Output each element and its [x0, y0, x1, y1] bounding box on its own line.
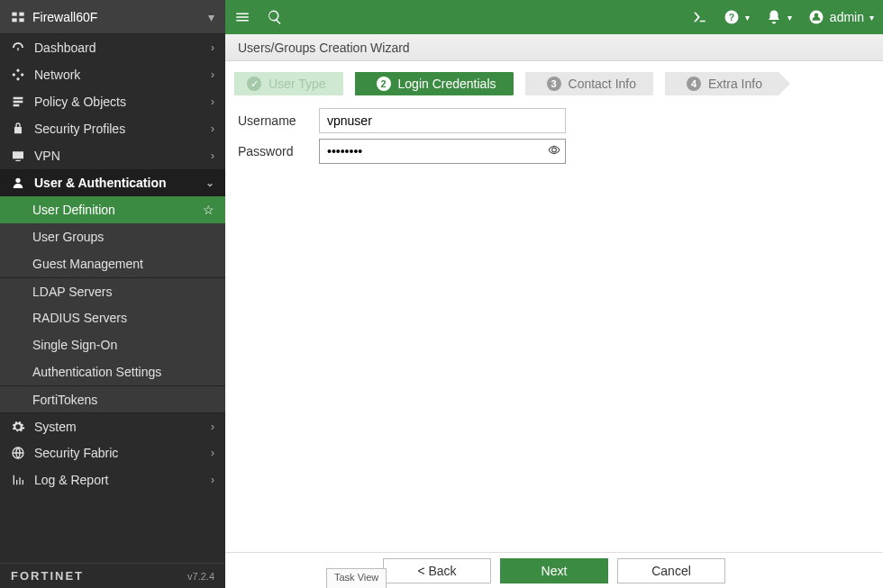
sidebar-item-user-groups[interactable]: User Groups — [0, 223, 225, 250]
lock-icon — [11, 122, 25, 136]
user-menu[interactable]: admin▾ — [808, 9, 874, 25]
back-button[interactable]: < Back — [383, 558, 491, 583]
wizard-step-label: User Type — [269, 77, 326, 91]
sidebar-item-label: Authentication Settings — [32, 365, 161, 379]
firmware-version: v7.2.4 — [187, 571, 214, 582]
caret-down-icon: ▾ — [869, 13, 874, 23]
sidebar-item-label: LDAP Servers — [32, 285, 112, 299]
svg-rect-0 — [12, 12, 16, 15]
svg-rect-3 — [19, 18, 23, 22]
chevron-right-icon: › — [211, 474, 214, 486]
sidebar-item-user-auth[interactable]: User & Authentication ⌄ — [0, 169, 225, 196]
sidebar-item-network[interactable]: Network › — [0, 61, 225, 88]
search-button[interactable] — [267, 9, 283, 25]
sidebar-item-fortitokens[interactable]: FortiTokens — [0, 385, 225, 412]
wizard-step-contact-info[interactable]: 3 Contact Info — [525, 72, 653, 95]
sidebar-item-label: Log & Report — [34, 473, 109, 487]
chevron-right-icon: › — [211, 149, 214, 162]
next-button[interactable]: Next — [500, 558, 608, 583]
svg-text:?: ? — [729, 12, 734, 23]
sidebar-item-policy[interactable]: Policy & Objects › — [0, 88, 225, 115]
sidebar-item-ldap-servers[interactable]: LDAP Servers — [0, 277, 225, 304]
cli-button[interactable] — [691, 9, 707, 25]
vpn-icon — [11, 149, 25, 163]
sidebar-item-label: Network — [34, 68, 80, 82]
notifications-button[interactable]: ▾ — [766, 9, 792, 25]
wizard-step-label: Extra Info — [708, 77, 762, 91]
caret-down-icon: ▾ — [745, 13, 750, 23]
sidebar-footer: FORTINET v7.2.4 — [0, 563, 225, 588]
fabric-icon — [11, 446, 25, 460]
cancel-button[interactable]: Cancel — [617, 558, 725, 583]
step-number: 3 — [547, 77, 561, 91]
sidebar-item-auth-settings[interactable]: Authentication Settings — [0, 358, 225, 385]
user-icon — [11, 176, 25, 190]
sidebar-item-single-signon[interactable]: Single Sign-On — [0, 331, 225, 358]
wizard-step-label: Login Credentials — [398, 77, 496, 91]
wizard-footer: Task View < Back Next Cancel — [225, 552, 883, 588]
task-view-tab[interactable]: Task View — [326, 568, 387, 588]
wizard-steps: ✓ User Type 2 Login Credentials 3 Contac… — [234, 72, 874, 95]
password-label: Password — [238, 144, 319, 158]
sidebar-item-label: Guest Management — [32, 257, 143, 271]
sidebar-item-label: RADIUS Servers — [32, 311, 127, 325]
wizard-step-user-type[interactable]: ✓ User Type — [234, 72, 342, 95]
password-input[interactable] — [319, 139, 566, 164]
sidebar-item-user-definition[interactable]: User Definition ☆ — [0, 196, 225, 223]
page-title: Users/Groups Creation Wizard — [238, 41, 410, 55]
sidebar-item-security-fabric[interactable]: Security Fabric › — [0, 439, 225, 466]
wizard-step-extra-info[interactable]: 4 Extra Info — [665, 72, 778, 95]
chevron-right-icon: › — [211, 41, 214, 54]
sidebar-item-security-profiles[interactable]: Security Profiles › — [0, 115, 225, 142]
dashboard-icon — [11, 41, 25, 55]
chevron-right-icon: › — [211, 95, 214, 108]
chevron-right-icon: › — [211, 447, 214, 459]
sidebar: Firewall60F ▾ Dashboard › Network › Poli… — [0, 0, 225, 588]
sidebar-item-dashboard[interactable]: Dashboard › — [0, 34, 225, 61]
wizard-step-login-credentials[interactable]: 2 Login Credentials — [355, 72, 513, 95]
sidebar-item-label: VPN — [34, 149, 60, 163]
menu-toggle-button[interactable] — [234, 9, 250, 25]
sidebar-item-label: Security Profiles — [34, 122, 125, 136]
sidebar-item-label: Single Sign-On — [32, 338, 117, 352]
svg-rect-2 — [12, 18, 16, 22]
page-title-bar: Users/Groups Creation Wizard — [225, 34, 883, 61]
caret-down-icon: ▾ — [208, 10, 214, 24]
topbar: ?▾ ▾ admin▾ — [225, 0, 883, 34]
username-input[interactable] — [319, 108, 566, 133]
network-icon — [11, 68, 25, 82]
device-selector[interactable]: Firewall60F ▾ — [0, 0, 225, 34]
device-name: Firewall60F — [32, 10, 97, 24]
sidebar-item-label: Policy & Objects — [34, 95, 126, 109]
step-number: 4 — [687, 77, 701, 91]
toggle-password-visibility-icon[interactable] — [548, 144, 560, 159]
main-area: ?▾ ▾ admin▾ Users/Groups Creation Wizard… — [225, 0, 883, 588]
chevron-right-icon: › — [211, 122, 214, 135]
wizard-step-label: Contact Info — [569, 77, 637, 91]
device-icon — [11, 10, 25, 24]
login-credentials-form: Username Password — [234, 95, 874, 182]
sidebar-item-label: FortiTokens — [32, 393, 97, 407]
caret-down-icon: ▾ — [787, 13, 792, 23]
check-icon: ✓ — [247, 77, 261, 91]
sidebar-item-radius-servers[interactable]: RADIUS Servers — [0, 304, 225, 331]
help-button[interactable]: ?▾ — [724, 9, 750, 25]
step-number: 2 — [377, 77, 391, 91]
sidebar-item-label: System — [34, 420, 77, 434]
sidebar-item-label: User & Authentication — [34, 176, 167, 190]
sidebar-item-guest-management[interactable]: Guest Management — [0, 250, 225, 277]
sidebar-item-label: Security Fabric — [34, 446, 118, 460]
wizard: ✓ User Type 2 Login Credentials 3 Contac… — [225, 61, 883, 182]
chevron-down-icon: ⌄ — [205, 176, 214, 189]
sidebar-item-label: User Definition — [32, 203, 115, 217]
sidebar-item-log-report[interactable]: Log & Report › — [0, 466, 225, 493]
sidebar-item-vpn[interactable]: VPN › — [0, 142, 225, 169]
policy-icon — [11, 95, 25, 109]
favorite-icon[interactable]: ☆ — [203, 203, 214, 217]
sidebar-item-system[interactable]: System › — [0, 412, 225, 439]
username-label: Username — [238, 113, 319, 128]
chevron-right-icon: › — [211, 68, 214, 81]
user-label: admin — [830, 10, 864, 24]
chart-icon — [11, 473, 25, 487]
sidebar-item-label: Dashboard — [34, 41, 96, 55]
